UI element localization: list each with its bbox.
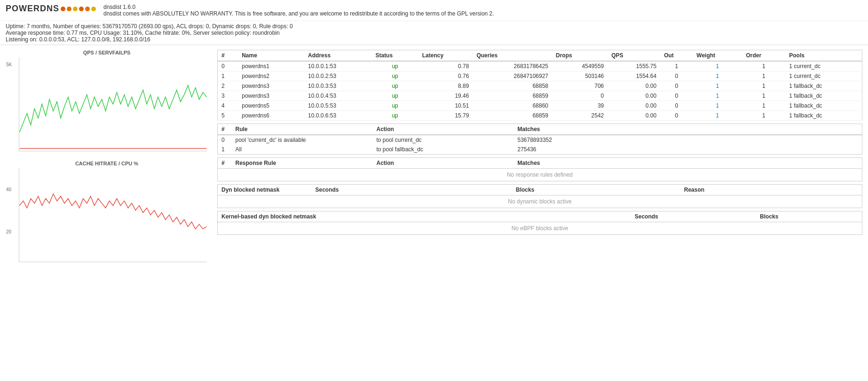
logo: POWERDNS (6, 4, 96, 14)
server-status: up (371, 61, 418, 71)
server-row: 4 powerdns5 10.0.0.5:53 up 10.51 68860 3… (218, 101, 862, 111)
server-weight: 1 (693, 111, 742, 121)
dyn-col-seconds: Seconds (312, 185, 513, 195)
server-order: 1 (742, 101, 785, 111)
server-address: 10.0.0.3:53 (304, 81, 371, 91)
col-queries: Queries (473, 50, 552, 62)
server-pools: 1 fallback_dc (785, 91, 862, 101)
rule-rule: All (232, 145, 373, 155)
server-qps: 0.00 (608, 101, 660, 111)
charts-panel: QPS / SERVFAILPS 5K CACHE HITRATE / CPU … (6, 50, 208, 272)
rule-action: to pool current_dc (373, 135, 514, 145)
dyn-col-reason: Reason (680, 185, 862, 195)
cache-chart-title: CACHE HITRATE / CPU % (6, 161, 208, 166)
kernel-header-row: Kernel-based dyn blocked netmask Seconds… (218, 211, 862, 222)
kernel-col-seconds: Seconds (631, 211, 756, 222)
cache-chart-container: CACHE HITRATE / CPU % 40 20 (6, 161, 208, 262)
rules-col-num: # (218, 124, 232, 135)
server-out: 0 (660, 71, 693, 81)
server-qps: 0.00 (608, 81, 660, 91)
server-order: 1 (742, 81, 785, 91)
header-info: dnsdist 1.6.0 dnsdist comes with ABSOLUT… (103, 4, 494, 17)
server-address: 10.0.0.1:53 (304, 61, 371, 71)
server-queries: 68860 (473, 101, 552, 111)
col-order: Order (742, 50, 785, 62)
status-line2: Average response time: 0.77 ms, CPU Usag… (6, 30, 862, 36)
rule-action: to pool fallback_dc (373, 145, 514, 155)
server-num: 2 (218, 81, 238, 91)
server-drops: 503146 (552, 71, 608, 81)
resp-col-action: Action (373, 158, 514, 169)
server-name: powerdns1 (238, 61, 304, 71)
logo-dot-6 (91, 7, 96, 11)
server-pools: 1 fallback_dc (785, 111, 862, 121)
col-address: Address (304, 50, 371, 62)
dyn-block-table: Dyn blocked netmask Seconds Blocks Reaso… (217, 184, 862, 208)
server-pools: 1 fallback_dc (785, 101, 862, 111)
server-status: up (371, 91, 418, 101)
cache-chart-svg (19, 168, 207, 262)
kernel-block-table: Kernel-based dyn blocked netmask Seconds… (217, 211, 862, 235)
col-status: Status (371, 50, 418, 62)
server-num: 5 (218, 111, 238, 121)
server-num: 4 (218, 101, 238, 111)
server-out: 0 (660, 111, 693, 121)
main-content: QPS / SERVFAILPS 5K CACHE HITRATE / CPU … (0, 45, 868, 276)
servers-tbody: 0 powerdns1 10.0.0.1:53 up 0.78 26831786… (218, 61, 862, 121)
rule-num: 0 (218, 135, 232, 145)
server-queries: 68858 (473, 81, 552, 91)
col-out: Out (660, 50, 693, 62)
server-address: 10.0.0.4:53 (304, 91, 371, 101)
server-weight: 1 (693, 61, 742, 71)
resp-col-num: # (218, 158, 232, 169)
server-weight: 1 (693, 91, 742, 101)
server-latency: 0.78 (418, 61, 473, 71)
logo-dot-3 (73, 7, 78, 11)
server-drops: 2542 (552, 111, 608, 121)
server-order: 1 (742, 91, 785, 101)
server-status: up (371, 101, 418, 111)
server-out: 1 (660, 61, 693, 71)
server-name: powerdns6 (238, 111, 304, 121)
server-num: 0 (218, 61, 238, 71)
server-pools: 1 current_dc (785, 71, 862, 81)
rules-header-row: # Rule Action Matches (218, 124, 862, 135)
server-row: 2 powerdns3 10.0.0.3:53 up 8.89 68858 70… (218, 81, 862, 91)
server-status: up (371, 71, 418, 81)
server-qps: 1555.75 (608, 61, 660, 71)
server-queries: 68859 (473, 91, 552, 101)
rule-rule: pool 'current_dc' is available (232, 135, 373, 145)
server-qps: 1554.64 (608, 71, 660, 81)
col-num: # (218, 50, 238, 62)
kernel-no-data-row: No eBPF blocks active (218, 222, 862, 235)
server-weight: 1 (693, 81, 742, 91)
server-queries: 26847106927 (473, 71, 552, 81)
qps-label-5k: 5K (6, 62, 12, 67)
server-name: powerdns5 (238, 101, 304, 111)
server-weight: 1 (693, 71, 742, 81)
server-qps: 0.00 (608, 111, 660, 121)
header: POWERDNS dnsdist 1.6.0 dnsdist comes wit… (0, 0, 868, 21)
app-name: dnsdist 1.6.0 (103, 4, 494, 10)
response-rules-table: # Response Rule Action Matches No respon… (217, 157, 862, 181)
logo-dot-5 (85, 7, 90, 11)
server-address: 10.0.0.2:53 (304, 71, 371, 81)
kernel-col-netmask: Kernel-based dyn blocked netmask (218, 211, 631, 222)
server-pools: 1 fallback_dc (785, 81, 862, 91)
rules-tbody: 0 pool 'current_dc' is available to pool… (218, 135, 862, 155)
server-row: 3 powerdns3 10.0.0.4:53 up 19.46 68859 0… (218, 91, 862, 101)
rules-col-rule: Rule (232, 124, 373, 135)
kernel-no-data: No eBPF blocks active (218, 222, 862, 235)
server-address: 10.0.0.6:53 (304, 111, 371, 121)
server-pools: 1 current_dc (785, 61, 862, 71)
logo-dot-4 (79, 7, 84, 11)
col-drops: Drops (552, 50, 608, 62)
server-queries: 68859 (473, 111, 552, 121)
cache-chart-area: 40 20 (19, 168, 207, 262)
server-latency: 0.76 (418, 71, 473, 81)
status-line3: Listening on: 0.0.0.0:53, ACL: 127.0.0.0… (6, 36, 862, 43)
server-drops: 4549559 (552, 61, 608, 71)
server-drops: 39 (552, 101, 608, 111)
dyn-col-blocks: Blocks (512, 185, 680, 195)
dyn-no-data: No dynamic blocks active (218, 195, 862, 208)
